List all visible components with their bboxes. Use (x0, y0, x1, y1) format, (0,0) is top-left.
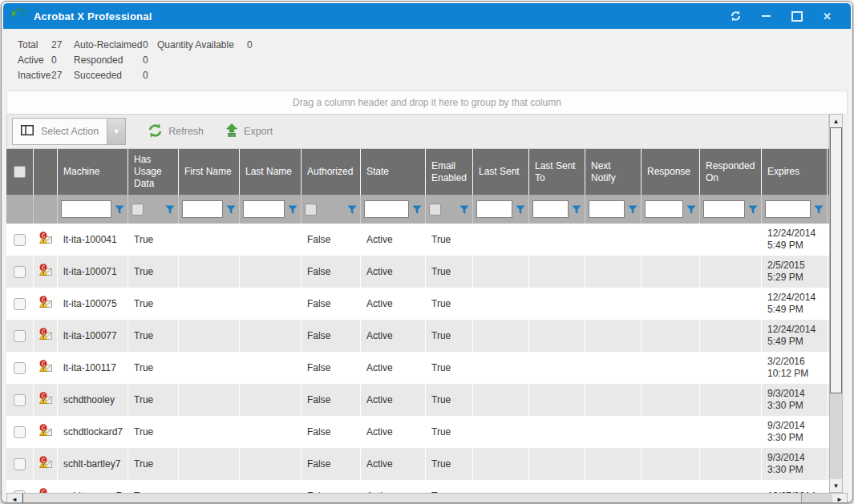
scroll-up-button[interactable]: ▲ (830, 115, 842, 127)
cell-authorized: False (302, 448, 361, 480)
filter-input-first_name[interactable] (182, 200, 223, 218)
filter-funnel-icon[interactable] (814, 204, 824, 215)
row-checkbox[interactable] (14, 426, 26, 438)
row-checkbox[interactable] (14, 330, 26, 342)
filter-funnel-icon[interactable] (459, 204, 469, 215)
table-row[interactable]: schlt-bartley7TrueFalseActiveTrue9/3/201… (6, 448, 829, 480)
column-header-state[interactable]: State (361, 149, 426, 195)
column-header-has_usage_data[interactable]: Has Usage Data (128, 149, 179, 195)
cell-text: True (431, 330, 451, 342)
maximize-button[interactable] (791, 10, 803, 22)
table-row[interactable]: lt-ita-100077TrueFalseActiveTrue12/24/20… (6, 320, 829, 352)
filter-funnel-icon[interactable] (516, 204, 525, 215)
cell-email_enabled: True (426, 416, 473, 448)
cell-text: 12/24/2014 5:49 PM (767, 292, 821, 316)
row-checkbox[interactable] (14, 266, 26, 278)
minimize-button[interactable] (760, 10, 772, 22)
column-header-label: Response (647, 166, 690, 178)
vertical-scrollbar[interactable]: ▲ ▼ (829, 114, 843, 493)
cell-email_enabled: True (426, 224, 473, 256)
titlebar-refresh-icon[interactable] (730, 10, 742, 22)
cell-last_sent (473, 480, 529, 493)
cell-responded_on (700, 352, 762, 384)
filter-funnel-icon[interactable] (628, 204, 637, 215)
filter-input-last_sent_to[interactable] (532, 200, 569, 218)
filter-input-last_name[interactable] (243, 200, 285, 218)
filter-input-last_sent[interactable] (476, 200, 512, 218)
refresh-button[interactable]: Refresh (148, 123, 204, 140)
cell-last_sent_to (529, 320, 585, 352)
column-header-next_notify[interactable]: Next Notify (585, 149, 642, 195)
filter-input-next_notify[interactable] (589, 200, 625, 218)
column-header-last_sent[interactable]: Last Sent (473, 149, 529, 195)
column-header-last_sent_to[interactable]: Last Sent To (529, 149, 585, 195)
table-row[interactable]: lt-ita-100117TrueFalseActiveTrue3/2/2016… (6, 352, 829, 384)
column-header-email_enabled[interactable]: Email Enabled (426, 149, 473, 195)
column-header-last_name[interactable]: Last Name (240, 149, 302, 195)
table-row[interactable]: lt-ita-100071TrueFalseActiveTrue2/5/2015… (6, 256, 829, 288)
horizontal-scrollbar[interactable]: ◄ ► (6, 493, 848, 503)
stat-label: Quantity Available (157, 39, 247, 50)
table-row[interactable]: schdtlockard7TrueFalseActiveTrue9/3/2014… (6, 416, 829, 448)
cell-responded_on (700, 224, 762, 256)
filter-checkbox-has_usage_data[interactable] (132, 204, 144, 216)
row-checkbox[interactable] (14, 298, 26, 310)
scroll-down-button[interactable]: ▼ (830, 479, 842, 492)
cell-has_usage_data: True (128, 320, 179, 352)
row-checkbox[interactable] (14, 362, 26, 374)
cell-text: 12/24/2014 5:49 PM (767, 228, 821, 252)
horizontal-scroll-thumb[interactable] (22, 494, 802, 503)
column-header-label: Email Enabled (431, 160, 467, 184)
select-all-checkbox[interactable] (14, 166, 26, 178)
column-header-machine[interactable]: Machine (58, 149, 128, 195)
cell-last_sent (473, 224, 529, 256)
email-warning-icon (38, 264, 53, 280)
close-button[interactable]: ✕ (821, 10, 833, 22)
filter-funnel-icon[interactable] (412, 204, 422, 215)
scroll-right-button[interactable]: ► (832, 494, 847, 503)
filter-funnel-icon[interactable] (165, 204, 175, 215)
filter-funnel-icon[interactable] (347, 204, 357, 215)
email-warning-icon (38, 232, 53, 248)
column-header-authorized[interactable]: Authorized (302, 149, 361, 195)
column-header-response[interactable]: Response (642, 149, 700, 195)
filter-funnel-icon[interactable] (288, 204, 297, 215)
group-by-bar[interactable]: Drag a column header and drop it here to… (6, 91, 848, 114)
cell-first_name (179, 384, 240, 416)
table-row[interactable]: lt-ita-100075TrueFalseActiveTrue12/24/20… (6, 288, 829, 320)
column-header-first_name[interactable]: First Name (179, 149, 240, 195)
filter-input-machine[interactable] (61, 200, 111, 218)
cell-last_sent_to (529, 384, 585, 416)
chevron-down-icon[interactable]: ▼ (107, 119, 125, 144)
vertical-scroll-thumb[interactable] (830, 127, 842, 393)
row-checkbox[interactable] (14, 458, 26, 470)
column-header-expires[interactable]: Expires (762, 149, 828, 195)
column-header-responded_on[interactable]: Responded On (700, 149, 762, 195)
select-action-dropdown[interactable]: Select Action ▼ (12, 118, 126, 145)
filter-funnel-icon[interactable] (572, 204, 581, 215)
scroll-left-button[interactable]: ◄ (7, 494, 22, 503)
filter-funnel-icon[interactable] (226, 204, 236, 215)
table-row[interactable]: schdthooleyTrueFalseActiveTrue9/3/2014 3… (6, 384, 829, 416)
table-row[interactable]: lt-ita-100041TrueFalseActiveTrue12/24/20… (6, 224, 829, 256)
export-button[interactable]: Export (225, 123, 273, 139)
filter-input-response[interactable] (645, 200, 683, 218)
filter-funnel-icon[interactable] (748, 204, 758, 215)
row-checkbox[interactable] (14, 234, 26, 246)
cell-has_usage_data: True (128, 224, 179, 256)
column-header-label: Next Notify (591, 160, 635, 184)
cell-machine: lt-ita-100077 (58, 320, 128, 352)
column-header-label: Last Name (245, 166, 292, 178)
table-row[interactable]: schlt-murray7TrueFalseActiveTrue10/27/20… (6, 480, 829, 493)
filter-funnel-icon[interactable] (686, 204, 696, 215)
filter-input-state[interactable] (364, 200, 409, 218)
filter-input-responded_on[interactable] (703, 200, 745, 218)
row-checkbox[interactable] (14, 394, 26, 406)
cell-text: Active (366, 458, 393, 470)
filter-funnel-icon[interactable] (115, 204, 124, 215)
filter-input-expires[interactable] (765, 200, 811, 218)
cell-text: Active (366, 266, 393, 278)
cell-first_name (179, 256, 240, 288)
filter-checkbox-email_enabled[interactable] (429, 204, 441, 216)
filter-checkbox-authorized[interactable] (305, 204, 317, 216)
